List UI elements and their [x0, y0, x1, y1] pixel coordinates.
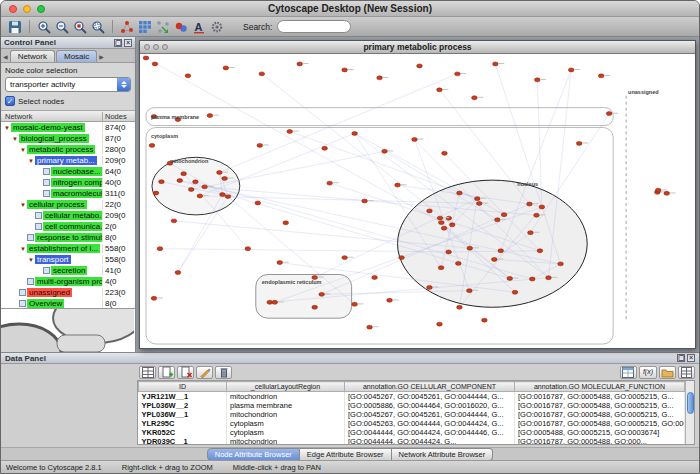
- network-node[interactable]: [437, 216, 443, 220]
- apply-layout-button[interactable]: [155, 19, 171, 35]
- cell-mf[interactable]: [GO:0016787, GO:0005488, GO:0005215, G..…: [515, 410, 685, 419]
- network-node[interactable]: [362, 199, 368, 203]
- tree-row[interactable]: ▼primary metab...209(0: [1, 155, 135, 166]
- cell-mf[interactable]: [GO:0016787, GO:0005488, GO:0005215, GO:…: [515, 419, 685, 428]
- network-node[interactable]: [193, 180, 199, 184]
- network-node[interactable]: [457, 191, 463, 195]
- zoom-selected-button[interactable]: [72, 19, 88, 35]
- network-column-header[interactable]: Network: [1, 112, 102, 121]
- network-node[interactable]: [367, 325, 373, 329]
- cell-cc[interactable]: [GO:0044444, GO:0044424, GO:0044446, G..…: [345, 428, 515, 437]
- network-node[interactable]: [259, 72, 265, 76]
- network-node[interactable]: [527, 202, 533, 206]
- tree-row[interactable]: macromolecule...311(0: [1, 188, 135, 199]
- network-node[interactable]: [528, 231, 534, 235]
- cell-region[interactable]: mitochondrion: [227, 392, 345, 402]
- network-node[interactable]: [446, 250, 452, 254]
- network-node[interactable]: [157, 247, 163, 251]
- network-node[interactable]: [546, 276, 552, 280]
- select-attributes-button[interactable]: [139, 366, 156, 379]
- network-node[interactable]: [372, 275, 378, 279]
- cell-id[interactable]: YKR052C: [139, 428, 227, 437]
- cell-mf[interactable]: [GO:0016787, GO:0005488, GO:0005215, G..…: [515, 392, 685, 402]
- network-node[interactable]: [225, 195, 231, 199]
- tree-row[interactable]: nitrogen compo...40(0: [1, 177, 135, 188]
- network-node[interactable]: [287, 129, 293, 133]
- tree-node-label[interactable]: cellular metabo...: [43, 211, 102, 220]
- network-node[interactable]: [512, 290, 518, 294]
- tab-mosaic[interactable]: Mosaic: [56, 50, 97, 62]
- tree-row[interactable]: cell communica...2(0: [1, 221, 135, 232]
- tree-node-label[interactable]: primary metab...: [35, 156, 97, 165]
- network-node[interactable]: [442, 151, 448, 155]
- network-node[interactable]: [537, 249, 543, 253]
- network-node[interactable]: [352, 131, 358, 135]
- network-node[interactable]: [387, 298, 393, 302]
- tree-node-label[interactable]: macromolecule...: [51, 189, 102, 198]
- network-node[interactable]: [472, 96, 478, 100]
- network-node[interactable]: [474, 197, 480, 201]
- network-node[interactable]: [467, 289, 473, 293]
- delete-attribute-button[interactable]: [177, 366, 194, 379]
- attribute-row[interactable]: YPL036W__1mitochondrion[GO:0045267, GO:0…: [139, 410, 685, 419]
- expand-triangle-icon[interactable]: ▼: [27, 257, 35, 263]
- expand-triangle-icon[interactable]: ▼: [19, 147, 27, 153]
- network-node[interactable]: [534, 213, 540, 217]
- tree-node-label[interactable]: unassigned: [27, 288, 72, 297]
- network-node[interactable]: [412, 137, 418, 141]
- network-node[interactable]: [322, 146, 328, 150]
- expand-triangle-icon[interactable]: ▼: [19, 246, 27, 252]
- network-node[interactable]: [576, 141, 582, 145]
- expand-triangle-icon[interactable]: ▼: [3, 125, 11, 131]
- network-node[interactable]: [202, 185, 208, 189]
- zoom-fit-button[interactable]: [90, 19, 106, 35]
- column-header[interactable]: annotation.GO CELLULAR_COMPONENT: [345, 382, 515, 392]
- cell-id[interactable]: YJR121W__1: [139, 392, 227, 402]
- matrix-button[interactable]: [620, 366, 637, 379]
- tree-node-label[interactable]: cell communica...: [43, 222, 102, 231]
- network-node[interactable]: [457, 305, 463, 309]
- tree-node-label[interactable]: metabolic process: [27, 145, 95, 154]
- tree-row[interactable]: Overview8(0: [1, 298, 135, 308]
- tree-row[interactable]: ▼metabolic process280(0: [1, 144, 135, 155]
- cell-id[interactable]: YPL036W__1: [139, 410, 227, 419]
- zoom-out-button[interactable]: [54, 19, 70, 35]
- cell-cc[interactable]: [GO:0044444, GO:0044424, G...: [345, 437, 515, 445]
- network-node[interactable]: [439, 221, 445, 225]
- network-node[interactable]: [377, 76, 383, 80]
- network-node[interactable]: [427, 285, 433, 289]
- cell-mf[interactable]: [GO:0016787, GO:0005488, GO:0005215, G..…: [515, 401, 685, 410]
- frame-maximize-icon[interactable]: [162, 44, 168, 50]
- network-node[interactable]: [558, 262, 564, 266]
- tree-node-label[interactable]: transport: [35, 255, 71, 264]
- edit-attribute-button[interactable]: [196, 366, 213, 379]
- network-node[interactable]: [149, 143, 155, 147]
- cell-region[interactable]: cytoplasm: [227, 419, 345, 428]
- network-node[interactable]: [255, 201, 261, 205]
- attribute-row[interactable]: YJR121W__1mitochondrion[GO:0045267, GO:0…: [139, 392, 685, 402]
- attribute-row[interactable]: YDR039C__1mitochondrion[GO:0044444, GO:0…: [139, 437, 685, 445]
- network-node[interactable]: [417, 64, 423, 68]
- column-header[interactable]: ID: [139, 382, 227, 392]
- frame-close-icon[interactable]: [144, 44, 150, 50]
- network-node[interactable]: [171, 219, 177, 223]
- cell-region[interactable]: mitochondrion: [227, 410, 345, 419]
- network-node[interactable]: [455, 72, 461, 76]
- cell-mf[interactable]: [GO:0016787, GO:0005488, GO:000...: [515, 437, 685, 445]
- network-node[interactable]: [207, 114, 213, 118]
- tab-network-attribute-browser[interactable]: Network Attribute Browser: [392, 448, 494, 461]
- cell-cc[interactable]: [GO:0045263, GO:0044444, GO:0044424, G..…: [345, 419, 515, 428]
- network-node[interactable]: [188, 188, 194, 192]
- network-node[interactable]: [529, 277, 535, 281]
- zoom-in-button[interactable]: [36, 19, 52, 35]
- network-node[interactable]: [598, 74, 604, 78]
- function-builder-button[interactable]: f(x): [639, 366, 657, 379]
- tree-node-label[interactable]: cellular process: [27, 200, 87, 209]
- nodes-column-header[interactable]: Nodes: [102, 112, 135, 121]
- network-node[interactable]: [185, 74, 191, 78]
- expand-triangle-icon[interactable]: ▼: [19, 202, 27, 208]
- network-node[interactable]: [437, 88, 443, 92]
- float-panel-icon[interactable]: ▢: [114, 39, 122, 47]
- network-node[interactable]: [438, 266, 444, 270]
- network-node[interactable]: [272, 300, 278, 304]
